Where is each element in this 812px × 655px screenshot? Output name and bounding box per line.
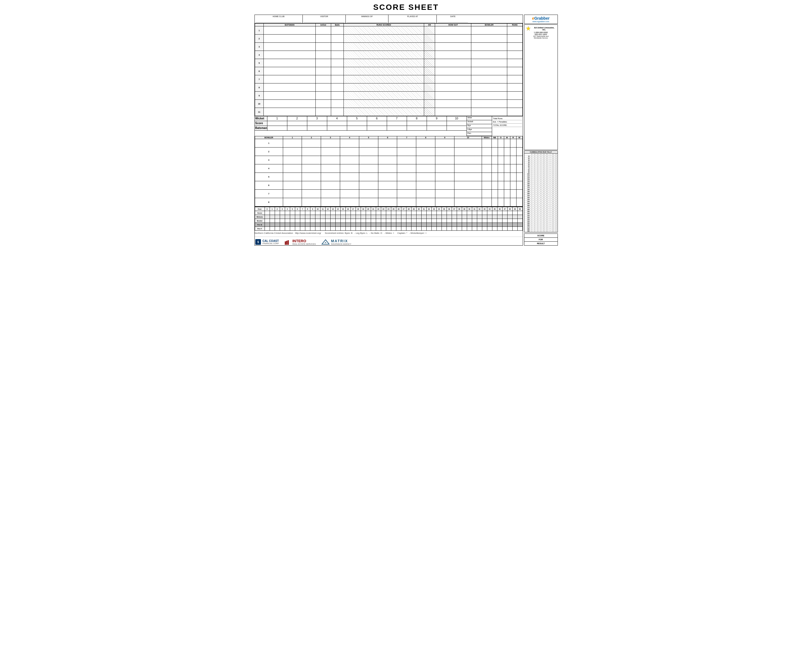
bat-name-5[interactable] (264, 59, 315, 67)
over-cell-0-20[interactable]: 20 (366, 207, 371, 211)
tally-digit-7[interactable]: 7 (548, 167, 552, 169)
tally-digit-5[interactable]: 5 (543, 199, 546, 200)
bat-runstotal-6[interactable] (507, 67, 522, 75)
tally-digit-8[interactable]: 8 (552, 169, 555, 171)
tally-digit-7[interactable]: 7 (548, 224, 552, 226)
over-cell-0-25[interactable]: 25 (391, 207, 396, 211)
bow-col3-1[interactable] (321, 139, 340, 148)
tally-digit-4[interactable]: 4 (540, 183, 543, 185)
tally-digit-1[interactable]: 1 (531, 185, 534, 187)
bow-o-5[interactable] (498, 173, 504, 181)
tally-digit-3[interactable]: 3 (536, 193, 540, 194)
tally-digit-3[interactable]: 3 (536, 179, 540, 181)
over-cell-4-38[interactable] (457, 223, 462, 227)
over-cell-1-18[interactable] (356, 211, 361, 215)
bow-col2-2[interactable] (302, 148, 321, 156)
bow-col2-6[interactable] (302, 181, 321, 190)
tally-digit-7[interactable]: 7 (548, 209, 552, 210)
bow-col6-6[interactable] (378, 181, 397, 190)
tally-digit-1[interactable]: 1 (531, 211, 534, 212)
over-cell-1-26[interactable] (396, 211, 401, 215)
tally-digit-3[interactable]: 3 (536, 177, 540, 179)
over-cell-2-25[interactable] (391, 215, 396, 219)
tally-digit-1[interactable]: 1 (531, 197, 534, 198)
score-cells-3[interactable] (307, 121, 327, 126)
batsman-cells-7[interactable] (387, 126, 407, 131)
tally-digit-9[interactable]: 9 (555, 212, 557, 214)
tally-digit-8[interactable]: 8 (552, 220, 555, 222)
over-cell-5-2[interactable] (275, 227, 280, 231)
bat-bowler-6[interactable] (471, 67, 507, 75)
tally-digit-1[interactable]: 1 (531, 201, 534, 202)
bow-col7-6[interactable] (397, 181, 416, 190)
tally-digit-3[interactable]: 3 (536, 214, 540, 216)
tally-digit-8[interactable]: 8 (552, 181, 555, 183)
tally-digit-4[interactable]: 4 (540, 191, 543, 192)
bat-inout-7[interactable] (316, 75, 331, 83)
tally-digit-9[interactable]: 9 (555, 211, 557, 212)
bow-o-2[interactable] (498, 148, 504, 156)
over-cell-0-37[interactable]: 37 (452, 207, 457, 211)
bow-r-4[interactable] (510, 165, 516, 173)
bat-inout-9[interactable] (316, 92, 331, 100)
tally-digit-8[interactable]: 8 (552, 185, 555, 187)
tally-digit-9[interactable]: 9 (555, 165, 557, 167)
tally-digit-4[interactable]: 4 (540, 224, 543, 226)
over-cell-2-24[interactable] (386, 215, 391, 219)
bow-col5-1[interactable] (359, 139, 378, 148)
bow-col4-3[interactable] (340, 156, 359, 165)
over-cell-0-10[interactable]: 10 (315, 207, 320, 211)
over-cell-1-21[interactable] (371, 211, 376, 215)
over-cell-2-6[interactable] (295, 215, 300, 219)
tally-digit-8[interactable]: 8 (552, 189, 555, 191)
tally-digit-3[interactable]: 3 (536, 209, 540, 210)
tally-digit-2[interactable]: 2 (533, 222, 536, 224)
bow-col3-4[interactable] (321, 165, 340, 173)
tally-digit-8[interactable]: 8 (552, 171, 555, 173)
tally-digit-9[interactable]: 9 (555, 214, 557, 216)
tally-digit-3[interactable]: 3 (536, 181, 540, 183)
tally-digit-3[interactable]: 3 (536, 199, 540, 200)
bow-nb-4[interactable] (491, 165, 498, 173)
tally-digit-5[interactable]: 5 (543, 179, 546, 181)
tally-digit-7[interactable]: 7 (548, 169, 552, 171)
bow-col8-8[interactable] (416, 198, 435, 206)
bow-col2-4[interactable] (302, 165, 321, 173)
over-cell-4-27[interactable] (401, 223, 406, 227)
tally-digit-7[interactable]: 7 (548, 159, 552, 161)
tally-digit-6[interactable]: 6 (545, 191, 548, 192)
bow-wides-3[interactable] (482, 156, 491, 165)
over-cell-4-19[interactable] (361, 223, 366, 227)
tally-digit-7[interactable]: 7 (548, 175, 552, 177)
tally-digit-6[interactable]: 6 (545, 226, 548, 228)
tally-digit-8[interactable]: 8 (552, 157, 555, 159)
over-cell-3-1[interactable] (270, 219, 275, 223)
bow-col8-7[interactable] (416, 190, 435, 198)
bow-m-8[interactable] (504, 198, 510, 206)
over-cell-0-40[interactable]: 40 (467, 207, 472, 211)
over-cell-3-43[interactable] (482, 219, 487, 223)
batsman-cells-8[interactable] (407, 126, 427, 131)
bow-r-2[interactable] (510, 148, 516, 156)
over-cell-4-26[interactable] (396, 223, 401, 227)
tally-digit-5[interactable]: 5 (543, 189, 546, 191)
over-cell-3-11[interactable] (320, 219, 325, 223)
over-cell-3-17[interactable] (350, 219, 356, 223)
bow-col4-1[interactable] (340, 139, 359, 148)
tally-digit-8[interactable]: 8 (552, 199, 555, 200)
bow-name-1[interactable]: 1 (255, 139, 283, 148)
over-cell-1-37[interactable] (452, 211, 457, 215)
tally-digit-1[interactable]: 1 (531, 171, 534, 173)
batsman-cells-5[interactable] (347, 126, 367, 131)
bat-bowler-1[interactable] (471, 26, 507, 35)
bow-m-2[interactable] (504, 148, 510, 156)
score-cells-7[interactable] (387, 121, 407, 126)
over-cell-5-35[interactable] (442, 227, 447, 231)
over-cell-4-47[interactable] (502, 223, 507, 227)
tally-digit-5[interactable]: 5 (543, 165, 546, 167)
bat-name-7[interactable] (264, 75, 315, 83)
tally-digit-6[interactable]: 6 (545, 173, 548, 175)
bow-col4-5[interactable] (340, 173, 359, 181)
tally-digit-8[interactable]: 8 (552, 222, 555, 224)
over-cell-3-32[interactable] (426, 219, 431, 223)
